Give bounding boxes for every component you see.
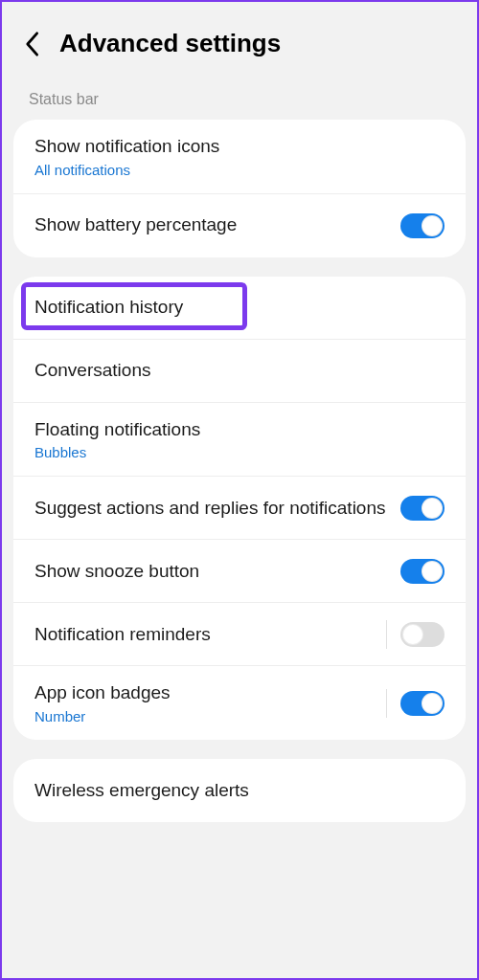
row-notification-reminders[interactable]: Notification reminders <box>13 603 466 666</box>
row-app-icon-badges[interactable]: App icon badges Number <box>13 666 466 740</box>
toggle-battery-percentage[interactable] <box>400 213 445 238</box>
divider <box>386 689 387 718</box>
toggle-show-snooze[interactable] <box>400 559 445 584</box>
row-title: App icon badges <box>34 681 375 705</box>
row-title: Suggest actions and replies for notifica… <box>34 497 389 521</box>
toggle-app-icon-badges[interactable] <box>400 691 445 716</box>
divider <box>386 620 387 649</box>
row-show-battery-percentage[interactable]: Show battery percentage <box>13 194 466 257</box>
row-show-snooze[interactable]: Show snooze button <box>13 540 466 603</box>
row-subtitle: Number <box>34 708 375 724</box>
row-suggest-actions[interactable]: Suggest actions and replies for notifica… <box>13 477 466 540</box>
card-footer: Wireless emergency alerts <box>13 759 466 822</box>
row-title: Floating notifications <box>34 418 433 442</box>
toggle-suggest-actions[interactable] <box>400 496 445 521</box>
row-title: Conversations <box>34 359 433 383</box>
row-floating-notifications[interactable]: Floating notifications Bubbles <box>13 403 466 478</box>
header: Advanced settings <box>2 2 477 81</box>
toggle-notification-reminders[interactable] <box>400 622 445 647</box>
card-main: Notification history Conversations Float… <box>13 277 466 740</box>
row-conversations[interactable]: Conversations <box>13 340 466 403</box>
row-title: Show snooze button <box>34 560 389 584</box>
row-title: Show notification icons <box>34 135 433 159</box>
row-show-notification-icons[interactable]: Show notification icons All notification… <box>13 120 466 194</box>
row-title: Notification history <box>34 296 433 320</box>
row-title: Wireless emergency alerts <box>34 779 433 803</box>
row-title: Show battery percentage <box>34 213 389 237</box>
row-title: Notification reminders <box>34 623 375 647</box>
back-icon[interactable] <box>21 33 42 55</box>
page-title: Advanced settings <box>59 29 281 58</box>
row-notification-history[interactable]: Notification history <box>13 277 466 340</box>
row-subtitle: Bubbles <box>34 444 433 460</box>
card-status-bar: Show notification icons All notification… <box>13 120 466 257</box>
row-subtitle: All notifications <box>34 162 433 178</box>
row-wireless-emergency[interactable]: Wireless emergency alerts <box>13 759 466 822</box>
section-label-status-bar: Status bar <box>2 81 477 120</box>
